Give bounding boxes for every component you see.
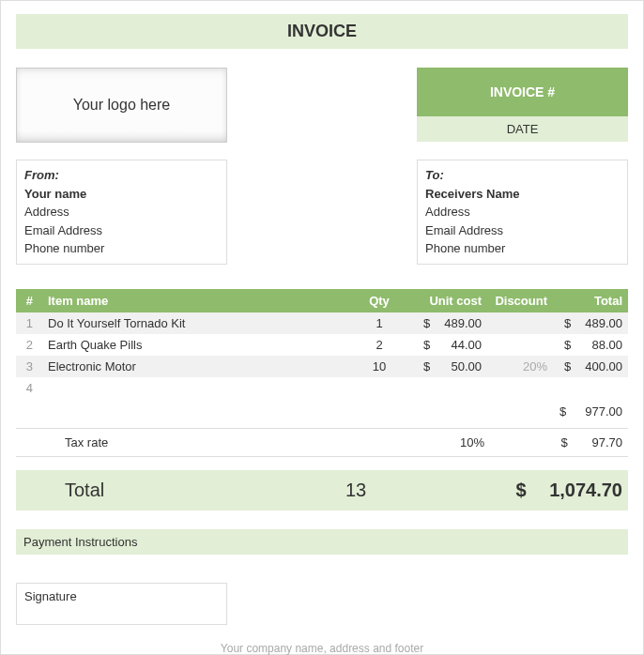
subtotal-row: $ 977.00 [16, 399, 628, 428]
row-discount: 20% [487, 356, 553, 377]
row-qty: 10 [356, 356, 403, 377]
col-item: Item name [42, 289, 356, 312]
to-address: Address [425, 203, 620, 221]
tax-row: Tax rate 10% $ 97.70 [16, 428, 628, 457]
row-total: $400.00 [553, 356, 628, 377]
from-address: Address [24, 203, 219, 221]
subtotal-currency: $ [560, 404, 571, 419]
to-phone: Phone number [425, 239, 620, 258]
from-email: Email Address [24, 221, 219, 240]
row-qty: 2 [356, 334, 403, 356]
invoice-date-label: DATE [417, 116, 628, 142]
from-name: Your name [24, 185, 219, 204]
address-row: From: Your name Address Email Address Ph… [16, 160, 628, 265]
row-num: 3 [16, 356, 42, 377]
tax-currency: $ [560, 435, 572, 449]
from-phone: Phone number [24, 239, 219, 258]
total-row: Total 13 $ 1,074.70 [16, 470, 628, 510]
row-total [553, 377, 628, 399]
invoice-number-label: INVOICE # [417, 68, 628, 116]
row-cost [403, 377, 487, 399]
row-item [42, 377, 356, 399]
items-table: # Item name Qty Unit cost Discount Total… [16, 289, 628, 399]
row-num: 2 [16, 334, 42, 356]
row-num: 4 [16, 377, 42, 399]
table-row: 2Earth Quake Pills2$44.00$88.00 [16, 334, 628, 356]
from-box: From: Your name Address Email Address Ph… [16, 160, 227, 265]
col-total: Total [553, 289, 628, 312]
subtotal-value: 977.00 [571, 404, 622, 419]
to-box: To: Receivers Name Address Email Address… [417, 160, 628, 265]
tax-amount: 97.70 [575, 435, 622, 449]
page-title: INVOICE [16, 14, 628, 49]
row-total: $88.00 [553, 334, 628, 356]
row-discount [487, 334, 553, 356]
tax-rate: 10% [397, 435, 547, 449]
row-discount [487, 377, 553, 399]
table-row: 1Do It Yourself Tornado Kit1$489.00$489.… [16, 312, 628, 334]
to-name: Receivers Name [425, 185, 620, 204]
total-amount: 1,074.70 [549, 480, 622, 500]
col-qty: Qty [356, 289, 403, 312]
row-item: Earth Quake Pills [42, 334, 356, 356]
total-label: Total [65, 480, 328, 501]
table-row: 3Electronic Motor10$50.0020%$400.00 [16, 356, 628, 377]
row-item: Electronic Motor [42, 356, 356, 377]
table-row: 4 [16, 377, 628, 399]
col-cost: Unit cost [403, 289, 487, 312]
to-email: Email Address [425, 221, 620, 240]
invoice-page: INVOICE Your logo here INVOICE # DATE Fr… [0, 0, 644, 655]
row-cost: $489.00 [403, 312, 487, 334]
header-row: Your logo here INVOICE # DATE [16, 68, 628, 143]
from-label: From: [24, 166, 219, 185]
row-cost: $50.00 [403, 356, 487, 377]
row-item: Do It Yourself Tornado Kit [42, 312, 356, 334]
invoice-meta: INVOICE # DATE [417, 68, 628, 143]
to-label: To: [425, 166, 620, 185]
payment-instructions: Payment Instructions [16, 529, 628, 555]
row-cost: $44.00 [403, 334, 487, 356]
signature-label: Signature [24, 589, 77, 603]
row-total: $489.00 [553, 312, 628, 334]
total-currency: $ [516, 480, 544, 501]
footer-text: Your company name, address and footer [16, 642, 628, 655]
col-discount: Discount [487, 289, 553, 312]
signature-box: Signature [16, 583, 227, 625]
col-num: # [16, 289, 42, 312]
row-qty: 1 [356, 312, 403, 334]
table-header: # Item name Qty Unit cost Discount Total [16, 289, 628, 312]
row-qty [356, 377, 403, 399]
logo-placeholder: Your logo here [16, 68, 227, 143]
row-num: 1 [16, 312, 42, 334]
total-qty: 13 [328, 480, 384, 501]
row-discount [487, 312, 553, 334]
tax-label: Tax rate [65, 435, 397, 449]
